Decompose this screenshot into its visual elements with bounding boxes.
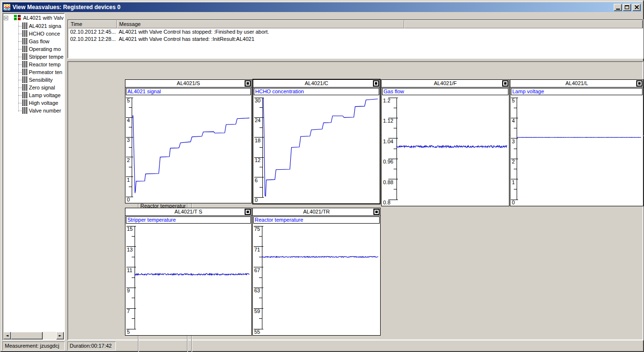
tree-item[interactable]: Operating mo bbox=[3, 45, 64, 53]
axis-tick-label: 18 bbox=[255, 138, 260, 143]
minimize-icon bbox=[616, 9, 620, 10]
tree-root-item[interactable]: AL4021 with Valv bbox=[3, 14, 64, 22]
chart-plot-area: 579111315 bbox=[126, 224, 251, 335]
minimize-button[interactable] bbox=[614, 4, 622, 11]
measvalue-list-icon bbox=[22, 46, 28, 52]
maximize-button[interactable] bbox=[623, 4, 631, 11]
axis-tick-label: 71 bbox=[254, 247, 260, 252]
tree-item[interactable]: Stripper tempe bbox=[3, 53, 64, 61]
axis-tick-label: 11 bbox=[127, 267, 132, 273]
measvalue-list-icon bbox=[22, 76, 28, 83]
chart-ts[interactable]: AL4021/T SStripper temperature579111315 bbox=[125, 208, 252, 336]
axis-tick-label: 59 bbox=[254, 308, 260, 314]
chart-s[interactable]: AL4021/SAL4021 signal012345 bbox=[125, 79, 252, 203]
tree-item[interactable]: AL4021 signa bbox=[3, 22, 64, 30]
chart-tr[interactable]: AL4021/TRReactor temperature555963677175 bbox=[252, 208, 381, 336]
axis-tick-label: 67 bbox=[254, 267, 260, 273]
tree-item-label: AL4021 signa bbox=[29, 23, 61, 29]
status-measurement: Measurement: jzusgdcj bbox=[2, 341, 65, 351]
chart-restore-button[interactable] bbox=[636, 80, 643, 87]
column-header-message[interactable]: Message bbox=[117, 20, 404, 28]
axis-tick-label: 1.12 bbox=[383, 118, 393, 124]
tree-item[interactable]: Reactor temp bbox=[3, 61, 64, 68]
scrollbar-thumb[interactable] bbox=[11, 332, 43, 339]
chart-canvas: 012345 bbox=[511, 96, 643, 205]
chart-restore-button[interactable] bbox=[373, 80, 379, 87]
chart-plot-area: 0612182430 bbox=[254, 96, 379, 203]
message-log-panel: Time Message 02.10.2012 12:45...AL4021 w… bbox=[67, 19, 644, 59]
column-header-empty[interactable] bbox=[404, 20, 643, 28]
tree-item[interactable]: Permeator ten bbox=[3, 68, 64, 76]
tree-item[interactable]: Valve number bbox=[3, 107, 64, 114]
close-button[interactable] bbox=[632, 4, 641, 11]
axis-tick-label: 55 bbox=[254, 329, 260, 335]
chart-line-series bbox=[396, 146, 507, 148]
chart-c[interactable]: AL4021/CHCHO concentration0612182430 bbox=[252, 79, 381, 204]
axis-tick-label: 0.88 bbox=[383, 179, 393, 185]
tree-item-label: Reactor temp bbox=[29, 62, 61, 67]
axis-tick-label: 5 bbox=[512, 98, 515, 103]
chart-signal-label: AL4021 signal bbox=[126, 88, 251, 95]
scroll-right-button[interactable]: ► bbox=[56, 332, 64, 339]
axis-tick-label: 6 bbox=[255, 177, 258, 183]
axis-tick-label: 15 bbox=[127, 226, 133, 232]
tree-item-label: Stripper tempe bbox=[29, 54, 63, 60]
chart-restore-button[interactable] bbox=[502, 80, 508, 87]
axis-tick-label: 0 bbox=[255, 197, 258, 203]
measvalue-list-icon bbox=[22, 100, 28, 106]
chart-restore-button[interactable] bbox=[245, 209, 251, 215]
tree-item-label: Sensibility bbox=[29, 77, 53, 83]
axis-tick-label: 3 bbox=[127, 137, 130, 143]
chart-restore-button[interactable] bbox=[373, 209, 380, 215]
chart-f[interactable]: AL4021/FGas flow0.80.880.961.041.121.2 bbox=[381, 79, 509, 206]
tree-h-scrollbar[interactable]: ◄ ► bbox=[3, 332, 64, 339]
chart-l[interactable]: AL4021/LLamp voltage012345 bbox=[510, 79, 644, 206]
axis-tick-label: 4 bbox=[127, 117, 130, 123]
column-header-time[interactable]: Time bbox=[68, 20, 117, 28]
measvalue-list-icon bbox=[22, 84, 28, 91]
chart-canvas: 012345 bbox=[126, 96, 251, 202]
axis-tick-label: 5 bbox=[127, 329, 130, 335]
axis-tick-label: 9 bbox=[127, 288, 130, 293]
axis-tick-label: 2 bbox=[512, 159, 515, 164]
tree-item-label: Valve number bbox=[29, 108, 61, 113]
message-row[interactable]: 02.10.2012 12:45...AL4021 with Valve Con… bbox=[68, 28, 643, 36]
tree-item[interactable]: Lamp voltage bbox=[3, 91, 64, 99]
measvalue-list-icon bbox=[22, 38, 28, 45]
tree-item[interactable]: Zero signal bbox=[3, 84, 64, 91]
tree-item[interactable]: Gas flow bbox=[3, 38, 64, 45]
axis-tick-label: 0 bbox=[127, 197, 130, 202]
measvalue-list-icon bbox=[22, 69, 28, 75]
app-window: View Measvalues: Registered devices 0 bbox=[0, 0, 644, 352]
chart-title: AL4021/T S bbox=[125, 208, 251, 215]
measvalue-list-icon bbox=[22, 107, 28, 114]
message-text: AL4021 with Valve Control has stopped: :… bbox=[117, 28, 643, 36]
chart-title: AL4021/C bbox=[253, 80, 380, 87]
window-titlebar: View Measvalues: Registered devices 0 bbox=[2, 2, 642, 12]
message-row[interactable]: 02.10.2012 12:28...AL4021 with Valve Con… bbox=[68, 36, 643, 43]
tree-item[interactable]: High voltage bbox=[3, 99, 64, 107]
chart-title: AL4021/F bbox=[382, 80, 509, 87]
chart-line-series bbox=[262, 256, 378, 257]
axis-tick-label: 1 bbox=[512, 179, 515, 185]
chart-signal-label: Gas flow bbox=[382, 88, 508, 95]
axis-tick-label: 7 bbox=[127, 308, 130, 314]
axis-tick-label: 24 bbox=[255, 117, 260, 123]
chart-line-series bbox=[132, 116, 249, 193]
chart-restore-button[interactable] bbox=[245, 80, 251, 87]
scrollbar-track[interactable] bbox=[43, 332, 56, 339]
measvalue-list-icon bbox=[22, 61, 28, 68]
message-log-header: Time Message bbox=[68, 20, 643, 28]
chart-plot-area: 0.80.880.961.041.121.2 bbox=[382, 96, 508, 205]
tree-item[interactable]: HCHO conce bbox=[3, 30, 64, 38]
axis-tick-label: 1.2 bbox=[383, 98, 390, 103]
axis-tick-label: 30 bbox=[255, 98, 260, 103]
tree-collapse-icon[interactable] bbox=[4, 16, 8, 20]
tree-items: AL4021 signaHCHO conceGas flowOperating … bbox=[3, 22, 64, 114]
chart-canvas: 0.80.880.961.041.121.2 bbox=[382, 96, 508, 205]
tree-root-label: AL4021 with Valv bbox=[23, 15, 63, 21]
tree-item[interactable]: Sensibility bbox=[3, 76, 64, 84]
status-duration: Duration:00:17:42 bbox=[67, 341, 116, 351]
chart-canvas: 0612182430 bbox=[254, 96, 379, 203]
scroll-left-button[interactable]: ◄ bbox=[3, 332, 11, 339]
